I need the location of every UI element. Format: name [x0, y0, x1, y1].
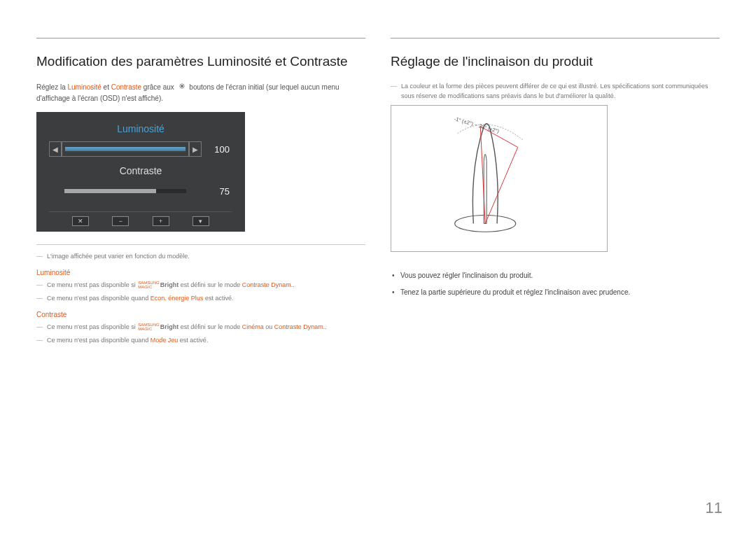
osd-contraste-label: Contraste	[49, 165, 232, 176]
contraste-note-2: Ce menu n'est pas disponible quand Mode …	[36, 336, 365, 346]
bullet-1: Vous pouvez régler l'inclinaison du prod…	[400, 270, 720, 281]
intro-paragraph: Réglez la Luminosité et Contraste grâce …	[36, 82, 365, 104]
jog-icon	[178, 82, 186, 93]
intro-contraste: Contraste	[111, 83, 141, 91]
cont-note1-or: ou	[264, 323, 274, 330]
spec-disclaimer-note: La couleur et la forme des pièces peuven…	[391, 82, 720, 101]
samsung-magic-label: SAMSUNGMAGIC	[138, 281, 159, 289]
intro-and: et	[102, 83, 111, 91]
osd-arrow-right-spacer	[189, 183, 202, 199]
intro-mid: grâce aux	[141, 83, 176, 91]
spec-disclaimer-text: La couleur et la forme des pièces peuven…	[401, 82, 720, 101]
cont-note1-mid: est défini sur le mode	[178, 323, 242, 330]
bright-word-2: Bright	[160, 323, 179, 330]
lumin-note2-pre: Ce menu n'est pas disponible quand	[47, 295, 150, 302]
cont-note1-end: .	[325, 323, 327, 330]
osd-contraste-row: 75	[49, 183, 232, 199]
lumin-note2-end: est activé.	[203, 295, 233, 302]
intro-luminosite: Luminosité	[67, 83, 101, 91]
note-image-varies: L'image affichée peut varier en fonction…	[36, 252, 365, 262]
osd-contraste-slider	[62, 183, 189, 199]
osd-arrow-left-icon: ◀	[49, 141, 62, 157]
cont-note2-end: est activé.	[178, 337, 208, 344]
luminosite-note-2: Ce menu n'est pas disponible quand Econ.…	[36, 294, 365, 304]
bullet-2: Tenez la partie supérieure du produit et…	[400, 287, 720, 298]
lumin-note1-pre: Ce menu n'est pas disponible si	[47, 281, 137, 288]
osd-arrow-right-icon: ▶	[189, 141, 202, 157]
osd-luminosite-value: 100	[202, 144, 232, 155]
lumin-note1-mode: Contraste Dynam.	[242, 281, 293, 288]
cont-note2-pre: Ce menu n'est pas disponible quand	[47, 337, 150, 344]
osd-minus-button: −	[112, 216, 129, 226]
page-number: 11	[706, 499, 722, 517]
tilt-diagram: -1° (±2°) ~ 20° (±2°)	[391, 105, 608, 252]
osd-arrow-left-spacer	[49, 183, 62, 199]
osd-screenshot: Luminosité ◀ ▶ 100 Contraste 75 ✕ −	[36, 112, 245, 232]
subsection-luminosite: Luminosité	[36, 269, 365, 276]
osd-plus-button: +	[153, 216, 169, 226]
lumin-note1-end: .	[293, 281, 295, 288]
lumin-note1-mid: est défini sur le mode	[178, 281, 242, 288]
right-section-title: Réglage de l'inclinaison du produit	[391, 54, 720, 69]
osd-button-bar: ✕ − + ▾	[49, 211, 232, 226]
cont-note1-pre: Ce menu n'est pas disponible si	[47, 323, 137, 330]
osd-close-button: ✕	[72, 216, 89, 226]
luminosite-note-1: Ce menu n'est pas disponible si SAMSUNGM…	[36, 281, 365, 290]
cont-note1-mode2: Contraste Dynam.	[274, 323, 326, 330]
bright-word: Bright	[160, 281, 179, 288]
cont-note2-mode: Mode Jeu	[150, 337, 178, 344]
cont-note1-mode1: Cinéma	[242, 323, 264, 330]
contraste-note-1: Ce menu n'est pas disponible si SAMSUNGM…	[36, 323, 365, 332]
osd-luminosite-label: Luminosité	[49, 123, 232, 134]
subsection-contraste: Contraste	[36, 311, 365, 318]
osd-luminosite-slider	[62, 141, 189, 157]
osd-down-button: ▾	[192, 216, 209, 226]
intro-prefix: Réglez la	[36, 83, 67, 91]
tilt-bullet-list: Vous pouvez régler l'inclinaison du prod…	[391, 270, 720, 298]
osd-contraste-value: 75	[202, 186, 232, 197]
lumin-note2-mode: Econ. énergie Plus	[150, 295, 204, 302]
samsung-magic-label-2: SAMSUNGMAGIC	[138, 323, 159, 331]
left-section-title: Modification des paramètres Luminosité e…	[36, 54, 365, 69]
osd-luminosite-row: ◀ ▶ 100	[49, 141, 232, 157]
note-image-text: L'image affichée peut varier en fonction…	[47, 252, 190, 262]
